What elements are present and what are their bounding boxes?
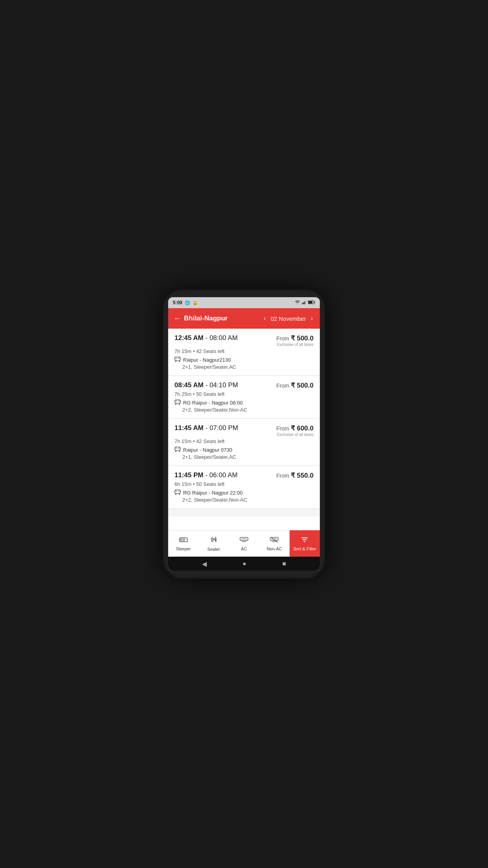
nav-sleeper[interactable]: Sleeper [168,530,198,557]
bus-config-2: 2+2, Sleeper/Seater,Non-AC [174,407,314,413]
arrival-time-2: - 04:10 PM [205,381,238,389]
svg-rect-1 [303,302,304,304]
recents-system-btn[interactable]: ■ [283,560,286,567]
departure-time-2: 08:45 AM [174,381,204,389]
bus-config-4: 2+2, Sleeper/Seater,Non-AC [174,497,314,503]
svg-rect-3 [305,300,306,304]
bus-card-4[interactable]: 11:45 PM - 06:00 AM From ₹ 550.0 6h 15m … [168,466,320,509]
signal-icon [302,300,306,305]
bus-card-1[interactable]: 12:45 AM - 08:00 AM From ₹ 500.0 Exclusi… [168,329,320,376]
price-note-3: Exclusive of all taxes [276,432,314,437]
sleeper-label: Sleeper [176,546,191,551]
system-bar: ◀ ● ■ [168,557,320,571]
phone-screen: 5:09 🌐 🔒 [168,297,320,571]
bus-icon-3 [174,447,181,453]
price-from-2: From ₹ 500.0 [276,383,314,389]
price-block-3: From ₹ 600.0 Exclusive of all taxes [276,424,314,437]
departure-time-4: 11:45 PM [174,471,204,479]
arrival-time-4: - 06:00 AM [205,471,237,479]
svg-rect-8 [175,357,177,359]
globe-icon: 🌐 [185,300,190,305]
bus-icon-1 [174,357,181,363]
time-range-2: 08:45 AM - 04:10 PM [174,381,238,389]
duration-seats-2: 7h 25m • 50 Seats left [174,391,314,397]
price-note-1: Exclusive of all taxes [276,342,314,347]
nav-ac[interactable]: AC [229,530,259,557]
phone-frame: 5:09 🌐 🔒 [163,289,325,579]
svg-rect-15 [178,400,180,402]
arrival-time-3: - 07:00 PM [205,424,238,432]
bottom-spacer [168,509,320,517]
nav-seater[interactable]: Seater [198,530,229,557]
app-header: ← Bhilai-Nagpur ‹ 02 November › [168,308,320,329]
filter-icon [301,536,308,545]
svg-rect-19 [175,447,177,449]
back-button[interactable]: ← [174,315,181,322]
svg-rect-24 [175,490,177,492]
date-prev-button[interactable]: ‹ [262,313,267,324]
bus-listings[interactable]: 12:45 AM - 08:00 AM From ₹ 500.0 Exclusi… [168,329,320,530]
arrival-time-1: - 08:00 AM [205,334,238,342]
non-ac-label: Non-AC [267,546,282,551]
bus-config-3: 2+1, Sleeper/Seater,AC [174,454,314,460]
price-block-2: From ₹ 500.0 [276,381,314,390]
bus-card-2[interactable]: 08:45 AM - 04:10 PM From ₹ 500.0 7h 25m … [168,376,320,419]
duration-seats-4: 6h 15m • 50 Seats left [174,481,314,487]
bus-config-1: 2+1, Sleeper/Seater,AC [174,364,314,370]
bus-name-1: Raipur - Nagpur2130 [183,357,231,363]
bus-name-4: RG Raipur - Nagpur 22:00 [183,490,243,496]
non-ac-icon [270,536,279,545]
svg-rect-31 [180,539,187,540]
nav-non-ac[interactable]: Non-AC [259,530,290,557]
price-from-1: From ₹ 500.0 [276,335,314,342]
svg-point-22 [179,451,180,452]
date-next-button[interactable]: › [309,313,314,324]
home-system-btn[interactable]: ● [242,560,246,567]
time-range-1: 12:45 AM - 08:00 AM [174,334,238,342]
bus-name-row-2: RG Raipur - Nagpur 08:00 [174,399,314,406]
bus-card-3[interactable]: 11:45 AM - 07:00 PM From ₹ 600.0 Exclusi… [168,419,320,466]
current-date: 02 November [271,315,306,322]
route-title: Bhilai-Nagpur [184,314,227,322]
ac-label: AC [241,546,247,551]
departure-time-1: 12:45 AM [174,334,204,342]
price-from-3: From ₹ 600.0 [276,425,314,432]
lock-icon: 🔒 [193,300,198,305]
svg-rect-5 [314,302,315,303]
svg-point-16 [175,404,176,405]
svg-rect-14 [175,400,177,402]
svg-point-17 [179,404,180,405]
svg-point-27 [179,494,180,495]
time-range-3: 11:45 AM - 07:00 PM [174,424,238,432]
time-range-4: 11:45 PM - 06:00 AM [174,471,238,479]
wifi-icon [295,300,300,305]
nav-sort-filter[interactable]: Sort & Filter [290,530,320,557]
svg-rect-9 [178,357,180,359]
svg-point-26 [175,494,176,495]
price-block-1: From ₹ 500.0 Exclusive of all taxes [276,334,314,347]
seater-icon [210,536,218,546]
svg-rect-20 [178,447,180,449]
price-from-4: From ₹ 550.0 [276,473,314,479]
bus-icon-4 [174,489,181,496]
sort-filter-label: Sort & Filter [293,546,316,551]
bottom-navigation: Sleeper Seater [168,530,320,557]
price-block-4: From ₹ 550.0 [276,471,314,480]
duration-seats-1: 7h 15m • 42 Seats left [174,348,314,354]
bus-name-3: Raipur - Nagpur 0730 [183,447,232,453]
bus-icon-2 [174,399,181,406]
status-time: 5:09 [173,300,182,305]
svg-point-21 [175,451,176,452]
seater-label: Seater [207,547,220,552]
back-system-btn[interactable]: ◀ [202,560,207,568]
date-navigation: ‹ 02 November › [262,313,314,324]
svg-point-10 [175,361,176,362]
bus-name-row-4: RG Raipur - Nagpur 22:00 [174,489,314,496]
battery-icon [308,300,315,305]
bus-name-2: RG Raipur - Nagpur 08:00 [183,400,243,406]
sleeper-icon [179,536,188,545]
svg-point-11 [179,361,180,362]
svg-rect-2 [304,302,305,304]
duration-seats-3: 7h 15m • 42 Seats left [174,438,314,444]
departure-time-3: 11:45 AM [174,424,204,432]
